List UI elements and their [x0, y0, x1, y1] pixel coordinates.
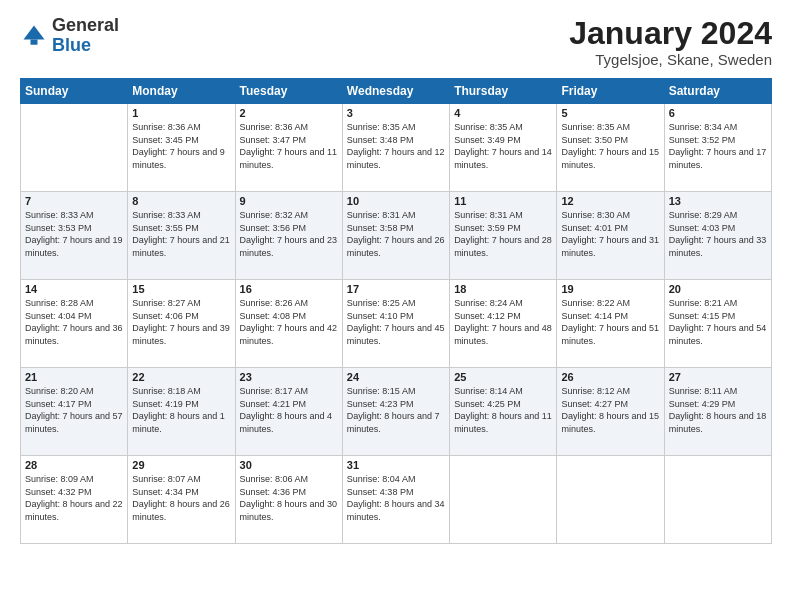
sunset-time: Sunset: 4:19 PM — [132, 399, 199, 409]
sunrise-time: Sunrise: 8:35 AM — [454, 122, 523, 132]
day-cell: 5 Sunrise: 8:35 AM Sunset: 3:50 PM Dayli… — [557, 104, 664, 192]
day-cell: 30 Sunrise: 8:06 AM Sunset: 4:36 PM Dayl… — [235, 456, 342, 544]
day-info: Sunrise: 8:30 AM Sunset: 4:01 PM Dayligh… — [561, 209, 659, 259]
daylight-hours: Daylight: 7 hours and 51 minutes. — [561, 323, 659, 346]
day-number: 13 — [669, 195, 767, 207]
day-number: 4 — [454, 107, 552, 119]
day-info: Sunrise: 8:35 AM Sunset: 3:50 PM Dayligh… — [561, 121, 659, 171]
day-info: Sunrise: 8:18 AM Sunset: 4:19 PM Dayligh… — [132, 385, 230, 435]
daylight-hours: Daylight: 7 hours and 54 minutes. — [669, 323, 767, 346]
day-number: 15 — [132, 283, 230, 295]
daylight-hours: Daylight: 7 hours and 28 minutes. — [454, 235, 552, 258]
sunset-time: Sunset: 4:34 PM — [132, 487, 199, 497]
day-info: Sunrise: 8:14 AM Sunset: 4:25 PM Dayligh… — [454, 385, 552, 435]
day-info: Sunrise: 8:11 AM Sunset: 4:29 PM Dayligh… — [669, 385, 767, 435]
day-cell: 22 Sunrise: 8:18 AM Sunset: 4:19 PM Dayl… — [128, 368, 235, 456]
day-info: Sunrise: 8:32 AM Sunset: 3:56 PM Dayligh… — [240, 209, 338, 259]
sunrise-time: Sunrise: 8:06 AM — [240, 474, 309, 484]
header: General Blue January 2024 Tygelsjoe, Ska… — [20, 16, 772, 68]
col-wednesday: Wednesday — [342, 79, 449, 104]
sunrise-time: Sunrise: 8:21 AM — [669, 298, 738, 308]
day-number: 14 — [25, 283, 123, 295]
day-number: 5 — [561, 107, 659, 119]
sunrise-time: Sunrise: 8:27 AM — [132, 298, 201, 308]
day-cell — [450, 456, 557, 544]
sunset-time: Sunset: 4:21 PM — [240, 399, 307, 409]
day-number: 10 — [347, 195, 445, 207]
day-cell: 9 Sunrise: 8:32 AM Sunset: 3:56 PM Dayli… — [235, 192, 342, 280]
sunrise-time: Sunrise: 8:36 AM — [240, 122, 309, 132]
day-number: 18 — [454, 283, 552, 295]
day-cell: 31 Sunrise: 8:04 AM Sunset: 4:38 PM Dayl… — [342, 456, 449, 544]
day-cell: 8 Sunrise: 8:33 AM Sunset: 3:55 PM Dayli… — [128, 192, 235, 280]
day-info: Sunrise: 8:06 AM Sunset: 4:36 PM Dayligh… — [240, 473, 338, 523]
sunrise-time: Sunrise: 8:04 AM — [347, 474, 416, 484]
daylight-hours: Daylight: 7 hours and 12 minutes. — [347, 147, 445, 170]
day-cell: 13 Sunrise: 8:29 AM Sunset: 4:03 PM Dayl… — [664, 192, 771, 280]
calendar-table: Sunday Monday Tuesday Wednesday Thursday… — [20, 78, 772, 544]
sunset-time: Sunset: 4:01 PM — [561, 223, 628, 233]
daylight-hours: Daylight: 8 hours and 7 minutes. — [347, 411, 440, 434]
col-tuesday: Tuesday — [235, 79, 342, 104]
day-cell: 29 Sunrise: 8:07 AM Sunset: 4:34 PM Dayl… — [128, 456, 235, 544]
sunset-time: Sunset: 4:38 PM — [347, 487, 414, 497]
day-info: Sunrise: 8:35 AM Sunset: 3:48 PM Dayligh… — [347, 121, 445, 171]
sunset-time: Sunset: 4:08 PM — [240, 311, 307, 321]
day-number: 22 — [132, 371, 230, 383]
sunset-time: Sunset: 4:06 PM — [132, 311, 199, 321]
day-cell — [664, 456, 771, 544]
sunset-time: Sunset: 3:52 PM — [669, 135, 736, 145]
sunrise-time: Sunrise: 8:09 AM — [25, 474, 94, 484]
daylight-hours: Daylight: 7 hours and 17 minutes. — [669, 147, 767, 170]
sunrise-time: Sunrise: 8:30 AM — [561, 210, 630, 220]
day-number: 9 — [240, 195, 338, 207]
header-row: Sunday Monday Tuesday Wednesday Thursday… — [21, 79, 772, 104]
col-sunday: Sunday — [21, 79, 128, 104]
daylight-hours: Daylight: 7 hours and 11 minutes. — [240, 147, 338, 170]
sunrise-time: Sunrise: 8:17 AM — [240, 386, 309, 396]
week-row-2: 14 Sunrise: 8:28 AM Sunset: 4:04 PM Dayl… — [21, 280, 772, 368]
day-info: Sunrise: 8:15 AM Sunset: 4:23 PM Dayligh… — [347, 385, 445, 435]
daylight-hours: Daylight: 7 hours and 9 minutes. — [132, 147, 225, 170]
daylight-hours: Daylight: 7 hours and 31 minutes. — [561, 235, 659, 258]
day-info: Sunrise: 8:35 AM Sunset: 3:49 PM Dayligh… — [454, 121, 552, 171]
day-cell: 28 Sunrise: 8:09 AM Sunset: 4:32 PM Dayl… — [21, 456, 128, 544]
day-number: 23 — [240, 371, 338, 383]
sunrise-time: Sunrise: 8:22 AM — [561, 298, 630, 308]
day-number: 2 — [240, 107, 338, 119]
day-number: 29 — [132, 459, 230, 471]
day-number: 7 — [25, 195, 123, 207]
sunrise-time: Sunrise: 8:25 AM — [347, 298, 416, 308]
logo-icon — [20, 22, 48, 50]
daylight-hours: Daylight: 7 hours and 57 minutes. — [25, 411, 123, 434]
day-cell: 23 Sunrise: 8:17 AM Sunset: 4:21 PM Dayl… — [235, 368, 342, 456]
day-number: 3 — [347, 107, 445, 119]
sunset-time: Sunset: 3:47 PM — [240, 135, 307, 145]
svg-rect-1 — [31, 39, 38, 44]
day-number: 20 — [669, 283, 767, 295]
day-cell: 16 Sunrise: 8:26 AM Sunset: 4:08 PM Dayl… — [235, 280, 342, 368]
sunrise-time: Sunrise: 8:29 AM — [669, 210, 738, 220]
day-cell: 19 Sunrise: 8:22 AM Sunset: 4:14 PM Dayl… — [557, 280, 664, 368]
daylight-hours: Daylight: 7 hours and 15 minutes. — [561, 147, 659, 170]
page: General Blue January 2024 Tygelsjoe, Ska… — [0, 0, 792, 612]
sunset-time: Sunset: 4:27 PM — [561, 399, 628, 409]
day-info: Sunrise: 8:36 AM Sunset: 3:47 PM Dayligh… — [240, 121, 338, 171]
day-number: 19 — [561, 283, 659, 295]
sunrise-time: Sunrise: 8:18 AM — [132, 386, 201, 396]
day-info: Sunrise: 8:09 AM Sunset: 4:32 PM Dayligh… — [25, 473, 123, 523]
day-cell — [557, 456, 664, 544]
sunrise-time: Sunrise: 8:14 AM — [454, 386, 523, 396]
logo-general: General — [52, 16, 119, 36]
sunset-time: Sunset: 3:45 PM — [132, 135, 199, 145]
sunrise-time: Sunrise: 8:32 AM — [240, 210, 309, 220]
sunset-time: Sunset: 3:49 PM — [454, 135, 521, 145]
sunrise-time: Sunrise: 8:34 AM — [669, 122, 738, 132]
day-info: Sunrise: 8:04 AM Sunset: 4:38 PM Dayligh… — [347, 473, 445, 523]
daylight-hours: Daylight: 8 hours and 18 minutes. — [669, 411, 767, 434]
sunset-time: Sunset: 4:12 PM — [454, 311, 521, 321]
sunset-time: Sunset: 4:29 PM — [669, 399, 736, 409]
sunset-time: Sunset: 3:55 PM — [132, 223, 199, 233]
day-info: Sunrise: 8:24 AM Sunset: 4:12 PM Dayligh… — [454, 297, 552, 347]
day-cell: 24 Sunrise: 8:15 AM Sunset: 4:23 PM Dayl… — [342, 368, 449, 456]
